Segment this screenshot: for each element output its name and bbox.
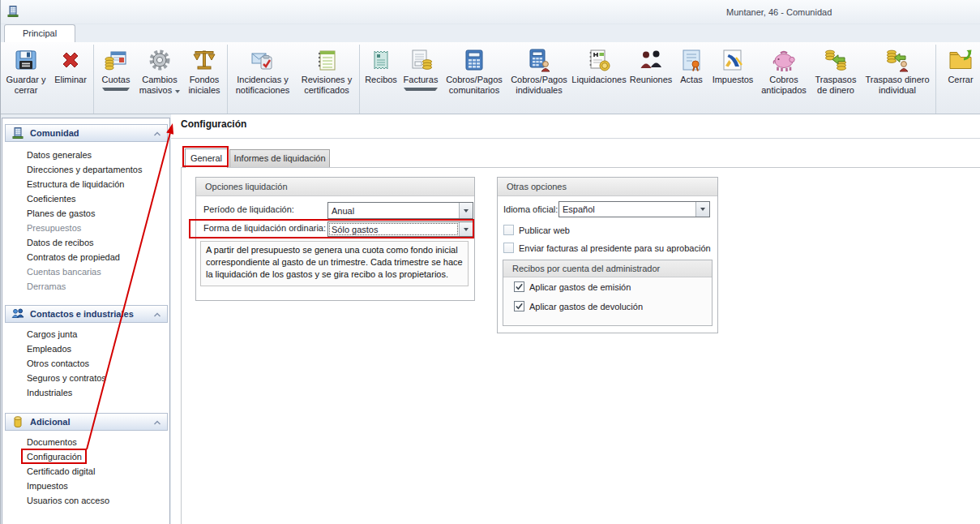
sidebar-item-usuarios-con-acceso[interactable]: Usuarios con acceso: [2, 493, 169, 508]
sidebar-item-documentos[interactable]: Documentos: [2, 435, 169, 449]
checkbox-label: Enviar facturas al presidente para su ap…: [519, 243, 711, 253]
dropdown-arrow-icon[interactable]: [695, 202, 709, 217]
ribbon-button-impuestos[interactable]: Impuestos: [708, 45, 757, 103]
sidebar-item-industriales[interactable]: Industriales: [2, 385, 169, 400]
checkbox-unchecked-icon[interactable]: [503, 225, 514, 235]
ribbon-button-liquidaciones[interactable]: Liquidaciones: [571, 45, 627, 103]
ribbon-button-label: Cerrar: [948, 75, 973, 85]
sidebar-section-label: Comunidad: [30, 128, 79, 138]
ribbon-button-label: Traspaso dinero individual: [861, 75, 934, 96]
sidebar-item-datos-de-recibos[interactable]: Datos de recibos: [2, 235, 169, 250]
dropdown-arrow-icon[interactable]: [459, 203, 473, 218]
ribbon-separator: [93, 45, 94, 114]
liquidation-pad-icon: [586, 45, 612, 74]
window-title: Muntaner, 46 - Comunidad: [726, 7, 832, 17]
sidebar-item-empleados[interactable]: Empleados: [2, 341, 169, 356]
periodo-liquidacion-combobox[interactable]: Anual: [327, 202, 473, 219]
ribbon-button-cuotas[interactable]: Cuotas: [96, 45, 136, 103]
ribbon-button-reuniones[interactable]: Reuniones: [627, 45, 674, 103]
checkbox-aplicar-gastos-de-devolucion[interactable]: Aplicar gastos de devolución: [514, 301, 643, 311]
sidebar-section-comunidad[interactable]: Comunidad: [5, 124, 168, 142]
piggy-bank-icon: [771, 45, 797, 74]
ribbon-button-label: Cuotas: [102, 75, 131, 91]
ribbon-button-traspaso-dinero-individual[interactable]: Traspaso dinero individual: [861, 45, 934, 103]
balance-scale-icon: [191, 45, 217, 74]
ribbon-separator: [935, 45, 936, 114]
ribbon-button-traspasos-de-dinero[interactable]: Traspasos de dinero: [811, 45, 861, 103]
ribbon-group: CuotasCambios masivosFondos iniciales: [96, 45, 225, 103]
ribbon-button-guardar-y-cerrar[interactable]: Guardar y cerrar: [2, 45, 49, 103]
ribbon-button-cobros-pagos-individuales[interactable]: Cobros/Pagos individuales: [507, 45, 571, 103]
ribbon-button-label: Cobros/Pagos comunitarios: [441, 75, 507, 96]
money-transfer-icon: [823, 45, 849, 74]
chevron-up-icon[interactable]: [153, 128, 161, 138]
ribbon-button-recibos[interactable]: Recibos: [362, 45, 400, 103]
ribbon-button-label: Liquidaciones: [571, 75, 626, 85]
ribbon-separator: [227, 45, 228, 114]
ribbon-group: Cerrar: [938, 45, 980, 103]
ribbon-group-opciones: RecibosFacturasCobros/Pagos comunitarios…: [362, 45, 934, 103]
checkbox-publicar-web[interactable]: Publicar web: [503, 225, 570, 235]
ribbon-button-cobros-anticipados[interactable]: Cobros anticipados: [757, 45, 811, 103]
sidebar-item-configuracion[interactable]: Configuración: [2, 449, 169, 464]
ribbon-button-cobros-pagos-comunitarios[interactable]: Cobros/Pagos comunitarios: [441, 45, 507, 103]
ribbon-button-revisiones-y-certificados[interactable]: Revisiones y certificados: [296, 45, 357, 103]
sidebar-item-datos-generales[interactable]: Datos generales: [2, 148, 169, 162]
sidebar-item-derramas[interactable]: Derramas: [2, 279, 169, 294]
tab-general[interactable]: General: [185, 148, 228, 168]
calculator-person-icon: [526, 45, 552, 74]
checkbox-checked-icon[interactable]: [514, 281, 524, 292]
ribbon-button-cerrar[interactable]: Cerrar: [938, 45, 980, 103]
sidebar-item-direcciones-y-departamentos[interactable]: Direcciones y departamentos: [2, 162, 169, 177]
sidebar-item-coeficientes[interactable]: Coeficientes: [2, 191, 169, 206]
sidebar-item-presupuestos[interactable]: Presupuestos: [2, 221, 169, 235]
tab-informes-de-liquidacion[interactable]: Informes de liquidación: [229, 149, 330, 167]
ribbon-button-label: Cambios masivos: [136, 75, 183, 96]
idioma-oficial-combobox[interactable]: Español: [558, 201, 710, 217]
ribbon-button-cambios-masivos[interactable]: Cambios masivos: [136, 45, 183, 103]
tax-agency-icon: [720, 45, 746, 74]
ribbon-button-facturas[interactable]: Facturas: [400, 45, 441, 103]
ribbon-button-fondos-iniciales[interactable]: Fondos iniciales: [183, 45, 225, 103]
ribbon-button-label: Fondos iniciales: [183, 75, 225, 96]
ribbon-button-label: Traspasos de dinero: [811, 75, 861, 96]
sidebar-section-label: Contactos e industriales: [30, 309, 134, 319]
ribbon-button-label: Eliminar: [54, 75, 87, 85]
ribbon-button-label: Guardar y cerrar: [2, 75, 49, 96]
forma-liquidacion-combobox[interactable]: Sólo gastos: [327, 221, 473, 237]
calculator-icon: [461, 45, 487, 74]
sidebar-item-seguros-y-contratos[interactable]: Seguros y contratos: [2, 371, 169, 385]
sidebar-item-cargos-junta[interactable]: Cargos junta: [2, 327, 169, 341]
periodo-liquidacion-value: Anual: [328, 203, 459, 218]
ribbon-buttons: Guardar y cerrarEliminarCuotasCambios ma…: [2, 45, 980, 103]
sidebar-item-planes-de-gastos[interactable]: Planes de gastos: [2, 206, 169, 221]
chevron-up-icon[interactable]: [153, 309, 161, 319]
building-icon: [11, 127, 24, 140]
envelope-check-icon: [250, 45, 276, 74]
sidebar-item-certificado-digital[interactable]: Certificado digital: [2, 464, 169, 479]
checkbox-checked-icon[interactable]: [514, 301, 524, 311]
dropdown-arrow-icon[interactable]: [459, 222, 473, 236]
navigation-sidebar: ComunidadDatos generalesDirecciones y de…: [2, 118, 170, 524]
ribbon-button-actas[interactable]: Actas: [674, 45, 708, 103]
chevron-up-icon[interactable]: [153, 417, 161, 427]
receipt-icon: [368, 45, 394, 74]
checkbox-aplicar-gastos-de-emision[interactable]: Aplicar gastos de emisión: [514, 281, 631, 292]
sidebar-section-contactos-e-industriales[interactable]: Contactos e industriales: [5, 305, 168, 323]
sidebar-item-estructura-de-liquidacion[interactable]: Estructura de liquidación: [2, 177, 169, 191]
main-panel: Configuración General Informes de liquid…: [171, 114, 980, 524]
sidebar-item-cuentas-bancarias[interactable]: Cuentas bancarias: [2, 264, 169, 279]
money-transfer-person-icon: [884, 45, 910, 74]
checkbox-unchecked-icon[interactable]: [503, 243, 514, 253]
ribbon-group-comunidad: Guardar y cerrarEliminar: [2, 45, 92, 103]
sidebar-item-impuestos[interactable]: Impuestos: [2, 479, 169, 493]
ribbon-button-eliminar[interactable]: Eliminar: [49, 45, 92, 103]
ribbon-button-incidencias-y-notificaciones[interactable]: Incidencias y notificaciones: [229, 45, 296, 103]
ribbon-tab-principal[interactable]: Principal: [4, 24, 75, 42]
ribbon-button-label: Incidencias y notificaciones: [229, 75, 296, 96]
checkbox-enviar-facturas-al-presidente-para-su-aprobacion[interactable]: Enviar facturas al presidente para su ap…: [503, 243, 711, 253]
sidebar-section-adicional[interactable]: Adicional: [5, 413, 168, 431]
sidebar-item-otros-contactos[interactable]: Otros contactos: [2, 356, 169, 371]
dropdown-arrow-icon: [404, 88, 439, 91]
sidebar-item-contratos-de-propiedad[interactable]: Contratos de propiedad: [2, 250, 169, 264]
